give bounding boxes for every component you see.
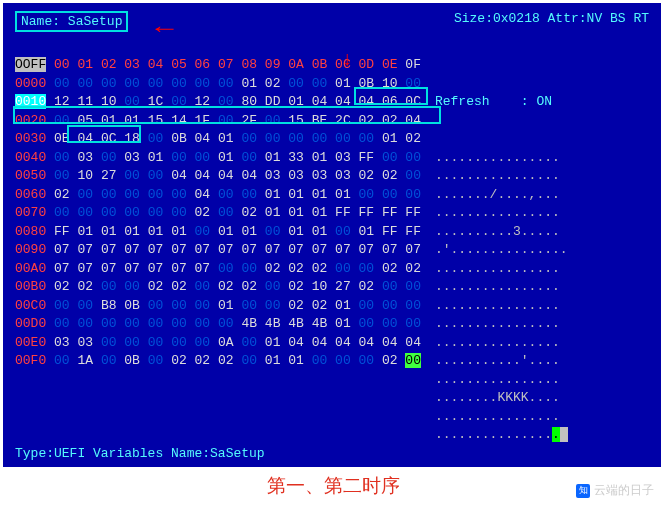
ascii-row: ................: [435, 149, 568, 168]
ascii-row: ..........3.....: [435, 223, 568, 242]
refresh-status: Refresh : ON: [435, 93, 568, 112]
hex-row[interactable]: 0020 00 05 01 01 15 14 1F 00 2F 00 15 BE…: [15, 112, 421, 131]
ascii-row: ................: [435, 315, 568, 334]
ascii-row: ......./....,...: [435, 186, 568, 205]
row-offset: 0090: [15, 242, 46, 257]
hex-row[interactable]: 00A0 07 07 07 07 07 07 07 00 00 02 02 02…: [15, 260, 421, 279]
watermark-text: 云端的日子: [594, 482, 654, 499]
hex-row[interactable]: 0030 0B 04 0C 18 00 0B 04 01 00 00 00 00…: [15, 130, 421, 149]
hex-row[interactable]: 0040 00 03 00 03 01 00 00 01 00 01 33 01…: [15, 149, 421, 168]
hex-row[interactable]: 0050 00 10 27 00 00 04 04 04 04 03 03 03…: [15, 167, 421, 186]
row-offset: 0070: [15, 205, 46, 220]
hex-row[interactable]: 0010 12 11 10 00 1C 00 12 00 80 DD 01 04…: [15, 93, 421, 112]
terminal-window: Name: SaSetup Size:0x0218 Attr:NV BS RT …: [3, 3, 661, 467]
row-offset: 0020: [15, 113, 46, 128]
row-offset: 00D0: [15, 316, 46, 331]
ascii-row: ................: [435, 204, 568, 223]
ascii-row: ................: [435, 408, 568, 427]
ascii-row: ........KKKK....: [435, 389, 568, 408]
name-value: SaSetup: [68, 14, 123, 29]
row-offset: 00E0: [15, 335, 46, 350]
hex-grid[interactable]: OOFF 00 01 02 03 04 05 06 07 08 09 0A 0B…: [15, 56, 421, 482]
header-row: Name: SaSetup Size:0x0218 Attr:NV BS RT: [15, 11, 649, 32]
ascii-row: ................: [435, 260, 568, 279]
arrow-left-icon: ←: [155, 17, 173, 42]
row-offset: 00A0: [15, 261, 46, 276]
hex-row[interactable]: 00B0 02 02 00 00 02 02 00 02 02 00 02 10…: [15, 278, 421, 297]
hex-row[interactable]: 00C0 00 00 B8 0B 00 00 00 01 00 00 02 02…: [15, 297, 421, 316]
ascii-row: ...........'....: [435, 352, 568, 371]
hex-row[interactable]: 00F0 00 1A 00 0B 00 02 02 02 00 01 01 00…: [15, 352, 421, 371]
hex-row[interactable]: 0000 00 00 00 00 00 00 00 00 01 02 00 00…: [15, 75, 421, 94]
ascii-column: Refresh : ON ...........................…: [435, 56, 568, 482]
ascii-row: ................: [435, 297, 568, 316]
zhihu-logo-icon: 知: [576, 484, 590, 498]
ascii-row: ................: [435, 278, 568, 297]
ascii-row: ................: [435, 426, 568, 445]
hex-row[interactable]: 0090 07 07 07 07 07 07 07 07 07 07 07 07…: [15, 241, 421, 260]
watermark: 知 云端的日子: [576, 482, 654, 499]
hex-row[interactable]: 0080 FF 01 01 01 01 01 00 01 01 00 01 01…: [15, 223, 421, 242]
row-offset: 0050: [15, 168, 46, 183]
row-offset: 0030: [15, 131, 46, 146]
row-offset: 00F0: [15, 353, 46, 368]
row-offset: 0000: [15, 76, 46, 91]
row-offset: 00C0: [15, 298, 46, 313]
size-attr: Size:0x0218 Attr:NV BS RT: [454, 11, 649, 32]
arrow-down-icon: ↓: [341, 48, 353, 71]
hex-area: OOFF 00 01 02 03 04 05 06 07 08 09 0A 0B…: [15, 56, 649, 482]
name-label: Name:: [21, 14, 60, 29]
ascii-row: ................: [435, 371, 568, 390]
offset-header-cell: OOFF: [15, 57, 46, 72]
row-offset: 0060: [15, 187, 46, 202]
row-offset: 00B0: [15, 279, 46, 294]
hex-row[interactable]: 0070 00 00 00 00 00 00 02 00 02 01 01 01…: [15, 204, 421, 223]
row-offset: 0080: [15, 224, 46, 239]
row-offset: 0040: [15, 150, 46, 165]
hex-column-header: OOFF 00 01 02 03 04 05 06 07 08 09 0A 0B…: [15, 56, 421, 75]
ascii-row: ................: [435, 167, 568, 186]
hex-row[interactable]: 0060 02 00 00 00 00 00 04 00 00 01 01 01…: [15, 186, 421, 205]
hex-row[interactable]: 00D0 00 00 00 00 00 00 00 00 4B 4B 4B 4B…: [15, 315, 421, 334]
ascii-row: .'...............: [435, 241, 568, 260]
row-offset: 0010: [15, 94, 46, 109]
hex-row[interactable]: 00E0 03 03 00 00 00 00 00 0A 00 01 04 04…: [15, 334, 421, 353]
footer-type-line: Type:UEFI Variables Name:SaSetup: [15, 446, 265, 461]
col-0F: 0F: [405, 57, 421, 72]
ascii-row: ................: [435, 334, 568, 353]
variable-name-box: Name: SaSetup: [15, 11, 128, 32]
